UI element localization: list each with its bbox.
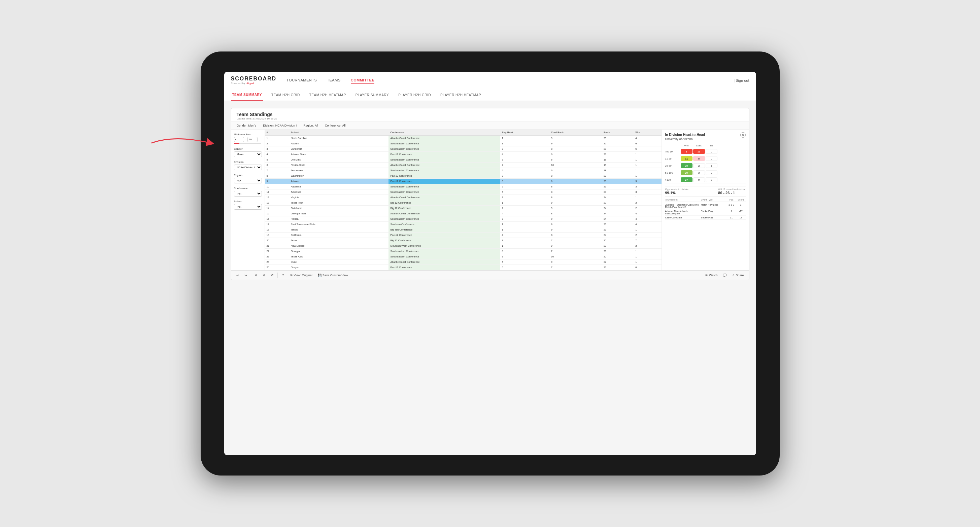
cell-conf-rank: 9 [549, 216, 602, 222]
cell-num: 2 [265, 141, 289, 146]
cell-conference: Atlantic Coast Conference [388, 136, 500, 141]
table-row[interactable]: 23 Texas A&M Southeastern Conference 9 1… [265, 254, 662, 259]
table-row[interactable]: 7 Tennessee Southeastern Conference 4 6 … [265, 168, 662, 173]
sub-nav-player-h2h-grid[interactable]: PLAYER H2H GRID [397, 89, 432, 101]
toolbar-sep-2 [277, 273, 278, 278]
sub-nav-player-summary[interactable]: PLAYER SUMMARY [354, 89, 390, 101]
cell-win: 4 [633, 222, 661, 227]
cell-win: 1 [633, 173, 661, 179]
cell-school: Arizona State [289, 152, 389, 157]
tournament-row-2[interactable]: Arizona Thunderbirds Intercollegiate Str… [665, 210, 746, 216]
cell-win: 1 [633, 249, 661, 254]
cell-school: Auburn [289, 141, 389, 146]
reset-view-button[interactable]: ↺ [269, 273, 275, 278]
cell-conference: Southeastern Conference [388, 141, 500, 146]
min-rounds-input[interactable] [234, 137, 244, 142]
table-row[interactable]: 25 Oregon Pac-12 Conference 5 7 21 0 [265, 265, 662, 270]
sub-nav-player-h2h-heatmap[interactable]: PLAYER H2H HEATMAP [439, 89, 482, 101]
table-row[interactable]: 4 Arizona State Pac-12 Conference 4 6 26… [265, 152, 662, 157]
comment-button[interactable]: 💬 [721, 273, 728, 278]
cell-reg-rank: 1 [500, 141, 549, 146]
table-row[interactable]: 22 Georgia Southeastern Conference 8 7 2… [265, 249, 662, 254]
zoom-out-button[interactable]: ⊖ [261, 273, 267, 278]
record-value: 86 - 26 - 1 [718, 191, 745, 195]
tourn-name-3: Cabo Collegiate [665, 216, 700, 219]
table-row[interactable]: 18 Illinois Big Ten Conference 1 9 23 1 [265, 227, 662, 233]
tournament-row-1[interactable]: Jackson T. Stephens Cup Men's Match-Play… [665, 203, 746, 210]
h2h-row-top10: Top 10 3 13 0 [665, 148, 746, 155]
cell-conf-rank: 9 [549, 259, 602, 265]
h2h-loss-1125: 8 [693, 156, 705, 161]
table-row[interactable]: 14 Oklahoma Big 12 Conference 2 9 24 2 [265, 206, 662, 211]
view-original-button[interactable]: 👁 View: Original [288, 273, 314, 278]
save-custom-view-button[interactable]: 💾 Save Custom View [316, 273, 350, 278]
watch-button[interactable]: 👁 Watch [703, 273, 719, 278]
cell-win: 1 [633, 195, 661, 200]
cell-rnds: 26 [602, 152, 633, 157]
cell-school: Arizona [289, 179, 389, 184]
cell-win: 2 [633, 200, 661, 206]
table-row[interactable]: 3 Vanderbilt Southeastern Conference 2 8… [265, 146, 662, 152]
h2h-title: In Division Head-to-Head [665, 133, 705, 137]
conference-filter-select[interactable]: (All) [234, 191, 262, 197]
h2h-tourn-header: Tournament Event Type Pos Score [665, 198, 746, 202]
table-row[interactable]: 13 Texas Tech Big 12 Conference 1 9 27 2 [265, 200, 662, 206]
gender-filter-select[interactable]: Men's [234, 151, 262, 157]
cell-num: 12 [265, 195, 289, 200]
sub-nav-team-h2h-grid[interactable]: TEAM H2H GRID [270, 89, 301, 101]
table-row[interactable]: 16 Florida Southeastern Conference 7 9 2… [265, 216, 662, 222]
h2h-loss-top10: 13 [693, 149, 705, 154]
school-filter-select[interactable]: (All) [234, 204, 262, 210]
cell-win: 4 [633, 216, 661, 222]
nav-teams[interactable]: TEAMS [327, 77, 340, 84]
nav-committee[interactable]: COMMITTEE [351, 77, 375, 84]
h2h-tie-top10: 0 [706, 149, 718, 154]
region-filter-select[interactable]: N/A [234, 178, 262, 183]
cell-school: Illinois [289, 227, 389, 233]
nav-tournaments[interactable]: TOURNAMENTS [286, 77, 317, 84]
zoom-in-button[interactable]: ⊕ [253, 273, 259, 278]
cell-reg-rank: 1 [500, 200, 549, 206]
redo-button[interactable]: ↪ [243, 273, 249, 278]
table-row[interactable]: 21 New Mexico Mountain West Conference 1… [265, 243, 662, 249]
table-row[interactable]: 5 Ole Miss Southeastern Conference 3 6 1… [265, 157, 662, 162]
table-row[interactable]: 10 Alabama Southeastern Conference 5 8 2… [265, 184, 662, 189]
table-row[interactable]: 6 Florida State Atlantic Coast Conferenc… [265, 162, 662, 168]
h2h-row-2650: 26-50 25 2 1 [665, 162, 746, 169]
table-row[interactable]: 20 Texas Big 12 Conference 3 7 20 7 [265, 238, 662, 243]
cell-reg-rank: 6 [500, 189, 549, 195]
sub-nav-team-summary[interactable]: TEAM SUMMARY [231, 89, 263, 101]
h2h-close-button[interactable]: ✕ [740, 132, 746, 138]
cell-conf-rank: 8 [549, 233, 602, 238]
sub-nav-team-h2h-heatmap[interactable]: TEAM H2H HEATMAP [308, 89, 347, 101]
table-row[interactable]: 9 Arizona Pac-12 Conference 5 8 20 3 [265, 179, 662, 184]
timer-button[interactable]: ⏱ [280, 273, 286, 278]
table-row[interactable]: 2 Auburn Southeastern Conference 1 9 27 … [265, 141, 662, 146]
cell-conference: Southeastern Conference [388, 249, 500, 254]
rounds-slider[interactable] [234, 143, 261, 144]
table-row[interactable]: 12 Virginia Atlantic Coast Conference 3 … [265, 195, 662, 200]
table-row[interactable]: 11 Arkansas Southeastern Conference 6 8 … [265, 189, 662, 195]
filter-group-gender: Gender Men's [234, 148, 262, 157]
sign-out-link[interactable]: | Sign out [733, 78, 749, 83]
h2h-win-top10: 3 [681, 149, 692, 154]
undo-button[interactable]: ↩ [235, 273, 241, 278]
filter-range-inputs: - [234, 137, 262, 142]
table-row[interactable]: 1 North Carolina Atlantic Coast Conferen… [265, 136, 662, 141]
division-filter-select[interactable]: NCAA Division I [234, 165, 262, 170]
table-row[interactable]: 15 Georgia Tech Atlantic Coast Conferenc… [265, 211, 662, 216]
cell-reg-rank: 3 [500, 195, 549, 200]
tournament-row-3[interactable]: Cabo Collegiate Stroke Play 11 17 [665, 216, 746, 220]
h2h-col-win: Win [680, 144, 693, 147]
share-button[interactable]: ↗ Share [730, 273, 745, 278]
table-row[interactable]: 8 Washington Pac-12 Conference 2 8 23 1 [265, 173, 662, 179]
max-rounds-input[interactable] [247, 137, 258, 142]
cell-conf-rank: 9 [549, 243, 602, 249]
sidebar-filters: Minimum Rou... - [231, 130, 265, 270]
table-row[interactable]: 17 East Tennessee State Southern Confere… [265, 222, 662, 227]
cell-win: 5 [633, 146, 661, 152]
table-row[interactable]: 24 Duke Atlantic Coast Conference 5 9 27… [265, 259, 662, 265]
table-row[interactable]: 19 California Pac-12 Conference 4 8 24 2 [265, 233, 662, 238]
h2h-range-top10: Top 10 [665, 150, 680, 153]
tourn-pos-2: 1 [728, 210, 735, 215]
